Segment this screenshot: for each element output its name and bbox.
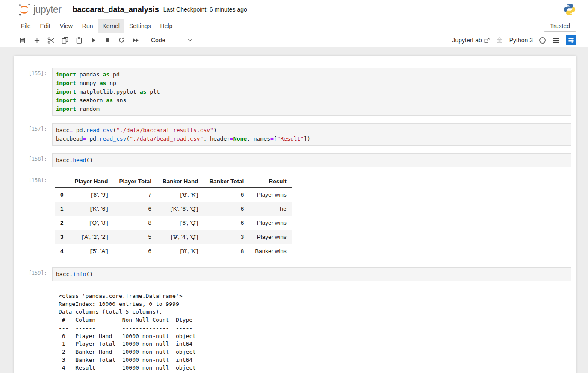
row-index: 2 <box>55 216 69 230</box>
stream-output: <class 'pandas.core.frame.DataFrame'> Ra… <box>55 289 576 373</box>
notebook-tools-button[interactable] <box>566 35 576 45</box>
jupyter-logo-text: jupyter <box>33 4 62 15</box>
hamburger-icon <box>552 37 559 44</box>
copy-cell-button[interactable] <box>59 35 71 46</box>
table-cell: 8 <box>204 244 249 258</box>
menu-items: FileEditViewRunKernelSettingsHelp <box>16 19 177 33</box>
table-cell: ['9', '4', 'Q'] <box>157 230 204 244</box>
table-cell: 8 <box>114 216 157 230</box>
row-index: 4 <box>55 244 69 258</box>
execution-count: [157]: <box>14 123 52 146</box>
dataframe-column-header: Result <box>249 176 292 188</box>
checkpoint-status: Last Checkpoint: 6 minutes ago <box>163 6 247 13</box>
table-cell: ['Q', '8'] <box>69 216 114 230</box>
jupyter-logo[interactable]: jupyter <box>17 3 62 17</box>
table-cell: 6 <box>114 244 157 258</box>
table-cell: 7 <box>114 188 157 202</box>
menu-item-view[interactable]: View <box>55 19 77 33</box>
execution-count: [159]: <box>14 267 52 281</box>
python-logo-icon <box>563 3 576 16</box>
table-cell: Player wins <box>249 216 292 230</box>
menu-item-settings[interactable]: Settings <box>124 19 156 33</box>
dataframe-output: Player HandPlayer TotalBanker HandBanker… <box>55 176 292 258</box>
output-prompt: [158]: <box>14 175 52 258</box>
table-cell: Banker wins <box>249 244 292 258</box>
table-cell: ['6', 'K'] <box>157 188 204 202</box>
table-cell: ['K', '6'] <box>69 202 114 216</box>
table-cell: Player wins <box>249 230 292 244</box>
main-menu-button[interactable] <box>552 37 559 44</box>
cell-type-select[interactable]: Code <box>151 37 193 44</box>
table-cell: 6 <box>204 202 249 216</box>
menu-item-help[interactable]: Help <box>156 19 177 33</box>
table-cell: 5 <box>114 230 157 244</box>
table-cell: 6 <box>204 188 249 202</box>
run-cell-button[interactable] <box>87 35 100 46</box>
table-row: 3['A', '2', '2']5['9', '4', 'Q']3Player … <box>55 230 292 244</box>
table-cell: 3 <box>204 230 249 244</box>
cell-type-value: Code <box>151 37 165 44</box>
code-cell-input[interactable]: bacc.head() <box>52 153 571 167</box>
save-icon <box>19 37 26 44</box>
restart-icon <box>118 37 125 44</box>
table-cell: ['K', '6', 'Q'] <box>157 202 204 216</box>
kernel-name[interactable]: Python 3 <box>509 37 533 44</box>
row-index: 1 <box>55 202 69 216</box>
table-row: 2['Q', '8']8['6', 'Q']6Player wins <box>55 216 292 230</box>
save-button[interactable] <box>16 35 29 46</box>
notebook-header: jupyter baccarat_data_analysis Last Chec… <box>0 0 588 19</box>
fast-forward-icon <box>132 37 139 44</box>
table-row: 1['K', '6']6['K', '6', 'Q']6Tie <box>55 202 292 216</box>
code-source: bacc.info() <box>53 268 571 281</box>
interrupt-kernel-button[interactable] <box>101 35 114 46</box>
cells: [155]:import pandas as pd import numpy a… <box>14 68 576 373</box>
toolbar: Code JupyterLab Python 3 <box>0 33 588 47</box>
menu-item-file[interactable]: File <box>16 19 35 33</box>
code-source: import pandas as pd import numpy as np i… <box>53 68 571 115</box>
run-icon <box>90 37 97 44</box>
table-cell: Tie <box>249 202 292 216</box>
scissors-icon <box>47 37 55 44</box>
menu-item-kernel[interactable]: Kernel <box>98 19 124 33</box>
code-cell: [157]:bacc= pd.read_csv("./data/baccarat… <box>14 123 576 146</box>
table-cell: Player wins <box>249 188 292 202</box>
code-cell-input[interactable]: bacc= pd.read_csv("./data/baccarat_resul… <box>52 123 571 146</box>
chevron-down-icon <box>187 37 193 43</box>
table-cell: ['6', 'Q'] <box>157 216 204 230</box>
table-row: 0['8', '9']7['6', 'K']6Player wins <box>55 188 292 202</box>
code-cell: [158]:bacc.head() <box>14 153 576 167</box>
trusted-button[interactable]: Trusted <box>544 21 576 32</box>
menu-item-edit[interactable]: Edit <box>35 19 55 33</box>
bug-icon <box>496 37 503 44</box>
cell-output: <class 'pandas.core.frame.DataFrame'> Ra… <box>14 289 576 373</box>
code-cell: [155]:import pandas as pd import numpy a… <box>14 68 576 116</box>
table-row: 4['5', 'A']6['8', 'K']8Banker wins <box>55 244 292 258</box>
restart-kernel-button[interactable] <box>115 35 128 46</box>
paste-cell-button[interactable] <box>73 35 86 46</box>
cut-cell-button[interactable] <box>44 35 57 46</box>
notebook-panel: [155]:import pandas as pd import numpy a… <box>14 56 576 373</box>
open-in-jupyterlab-link[interactable]: JupyterLab <box>452 37 489 44</box>
table-cell: ['5', 'A'] <box>69 244 114 258</box>
code-source: bacc= pd.read_csv("./data/baccarat_resul… <box>53 124 571 145</box>
restart-run-all-button[interactable] <box>129 35 142 46</box>
plus-icon <box>34 37 40 44</box>
execution-count: [158]: <box>14 153 52 167</box>
debugger-button[interactable] <box>496 37 503 44</box>
kernel-status-icon[interactable] <box>539 37 546 44</box>
toolbar-right: JupyterLab Python 3 <box>452 35 576 45</box>
table-cell: ['A', '2', '2'] <box>69 230 114 244</box>
dataframe-column-header: Banker Hand <box>157 176 204 188</box>
cell-output: [158]:Player HandPlayer TotalBanker Hand… <box>14 175 576 258</box>
code-cell-input[interactable]: import pandas as pd import numpy as np i… <box>52 68 571 116</box>
row-index: 0 <box>55 188 69 202</box>
menu-item-run[interactable]: Run <box>77 19 98 33</box>
code-cell-input[interactable]: bacc.info() <box>52 267 571 281</box>
notebook-title[interactable]: baccarat_data_analysis <box>73 5 159 14</box>
stop-icon <box>104 37 110 43</box>
table-cell: ['8', 'K'] <box>157 244 204 258</box>
table-cell: 6 <box>114 202 157 216</box>
insert-cell-button[interactable] <box>30 35 43 46</box>
dataframe-column-header: Banker Total <box>204 176 249 188</box>
row-index: 3 <box>55 230 69 244</box>
